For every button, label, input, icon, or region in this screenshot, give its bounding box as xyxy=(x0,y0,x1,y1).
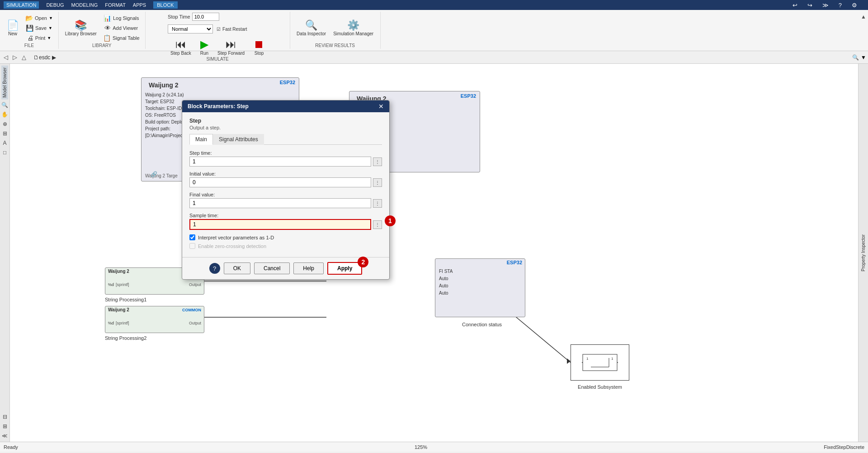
waijung1-link[interactable]: 🔗 xyxy=(151,171,157,177)
sidebar-zoom-in[interactable]: 🔍 xyxy=(1,101,9,109)
menu-tab-debug[interactable]: DEBUG xyxy=(46,2,64,8)
step-time-label: Step time: xyxy=(189,150,382,156)
waijung1-subtitle: ESP32 xyxy=(280,80,295,85)
menu-tab-simulation[interactable]: SIMULATION xyxy=(4,1,39,9)
toolbar-icon1[interactable]: ◁ xyxy=(2,53,10,62)
badge-1: 1 xyxy=(385,215,396,226)
sample-time-menu-btn[interactable]: ⋮ xyxy=(373,220,382,229)
ok-button[interactable]: OK xyxy=(224,262,250,274)
interpret-vector-row: Interpret vector parameters as 1-D xyxy=(189,234,382,240)
add-viewer-button[interactable]: 👁 Add Viewer xyxy=(101,24,142,33)
dialog-tabs: Main Signal Attributes xyxy=(189,134,382,145)
breadcrumb: 🗋 esdc ▶ xyxy=(33,54,56,61)
enabled-subsystem-block[interactable]: 1 1 xyxy=(571,344,629,381)
left-sidebar: Model Browser 🔍 ✋ ⊕ ⊞ A □ ⊟ ⊞ ≪ xyxy=(0,64,10,442)
string1-port1: %d xyxy=(108,282,114,287)
menu-tab-apps[interactable]: APPS xyxy=(133,2,146,8)
dialog-close-button[interactable]: ✕ xyxy=(378,103,384,110)
print-dropdown-icon: ▼ xyxy=(47,36,51,40)
initial-value-menu-btn[interactable]: ⋮ xyxy=(373,178,382,187)
status-bar: Ready 125% FixedStepDiscrete xyxy=(0,442,868,452)
sidebar-bottom1[interactable]: ⊟ xyxy=(1,413,9,421)
undo-icon[interactable]: ↩ xyxy=(793,2,797,9)
ribbon: 📄 New 📂 Open ▼ 💾 Save ▼ 🖨 xyxy=(0,10,868,51)
data-inspector-icon: 🔍 xyxy=(305,19,317,31)
sidebar-crosshair[interactable]: ⊕ xyxy=(1,120,9,128)
subsystem-svg: 1 1 xyxy=(582,353,618,372)
apply-button[interactable]: Apply xyxy=(327,262,362,275)
step-back-button[interactable]: ⏮ Step Back xyxy=(168,37,194,57)
sidebar-bottom2[interactable]: ⊞ xyxy=(1,422,9,430)
stop-time-input[interactable] xyxy=(192,13,219,21)
menu-tab-block[interactable]: BLOCK xyxy=(153,1,177,9)
log-signals-button[interactable]: 📊 Log Signals xyxy=(101,14,142,23)
sample-time-group: Sample time: ⋮ 1 xyxy=(189,213,382,230)
ribbon-group-review: 🔍 Data Inspector ⚙️ Simulation Manager R… xyxy=(290,12,381,49)
breadcrumb-item[interactable]: esdc xyxy=(39,54,50,61)
more-icon[interactable]: ≫ xyxy=(822,2,829,9)
settings-icon[interactable]: ⚙ xyxy=(852,2,857,9)
open-button[interactable]: 📂 Open ▼ xyxy=(24,14,55,23)
sidebar-bottom3[interactable]: ≪ xyxy=(1,432,9,440)
zero-crossing-checkbox[interactable] xyxy=(189,243,195,249)
sidebar-box[interactable]: □ xyxy=(1,148,9,157)
help-button[interactable]: Help xyxy=(293,262,324,274)
sample-time-input[interactable] xyxy=(189,219,371,230)
toolbar-icon3[interactable]: △ xyxy=(20,53,28,62)
new-icon: 📄 xyxy=(7,19,19,31)
sidebar-hand[interactable]: ✋ xyxy=(1,110,9,119)
data-inspector-button[interactable]: 🔍 Data Inspector xyxy=(294,19,329,37)
sidebar-text[interactable]: A xyxy=(1,139,9,147)
simulation-manager-button[interactable]: ⚙️ Simulation Manager xyxy=(330,19,376,37)
new-button[interactable]: 📄 New xyxy=(4,19,22,37)
dialog-section-title: Step xyxy=(189,118,382,124)
toolbar-collapse-right[interactable]: ▼ xyxy=(861,54,866,61)
block-parameters-dialog: Block Parameters: Step ✕ Step Output a s… xyxy=(182,100,390,280)
step-forward-button[interactable]: ⏭ Step Forward xyxy=(215,37,247,57)
help-icon-button[interactable]: ? xyxy=(209,263,220,274)
model-browser-toggle[interactable]: Model Browser xyxy=(1,66,8,100)
property-inspector-sidebar[interactable]: Property Inspector xyxy=(858,64,868,442)
simulation-mode-select[interactable]: Normal xyxy=(168,24,213,33)
review-group-label: REVIEW RESULTS xyxy=(315,43,355,48)
redo-icon[interactable]: ↪ xyxy=(807,2,812,9)
final-value-input[interactable] xyxy=(189,198,371,208)
stop-button[interactable]: ⏹ Stop xyxy=(251,37,267,57)
interpret-vector-checkbox[interactable] xyxy=(189,234,195,240)
signal-table-button[interactable]: 📋 Signal Table xyxy=(101,33,142,43)
zero-crossing-row: Enable zero-crossing detection xyxy=(189,243,382,249)
step-forward-icon: ⏭ xyxy=(226,38,236,51)
main-layout: Model Browser 🔍 ✋ ⊕ ⊞ A □ ⊟ ⊞ ≪ W xyxy=(0,64,868,442)
waijung-block-3[interactable]: ESP32 FI STA Auto Auto Auto xyxy=(435,258,525,317)
breadcrumb-arrow: ▶ xyxy=(52,54,56,61)
svg-text:1: 1 xyxy=(611,357,613,361)
dialog-header: Block Parameters: Step ✕ xyxy=(182,100,389,112)
fast-restart-checkbox[interactable]: ☑ xyxy=(217,27,221,32)
menu-tab-modeling[interactable]: MODELING xyxy=(71,2,98,8)
svg-marker-3 xyxy=(567,358,571,364)
waijung3-label: Connection status xyxy=(462,322,502,327)
menu-tab-format[interactable]: FORMAT xyxy=(105,2,126,8)
property-inspector-label[interactable]: Property Inspector xyxy=(860,233,867,273)
toolbar-icon2[interactable]: ▷ xyxy=(11,53,19,62)
cancel-button[interactable]: Cancel xyxy=(254,262,290,274)
ribbon-collapse-icon[interactable]: ▲ xyxy=(861,14,866,20)
step-time-input[interactable] xyxy=(189,157,371,167)
library-browser-button[interactable]: 📚 Library Browser xyxy=(62,19,99,37)
sidebar-filter[interactable]: ⊞ xyxy=(1,129,9,138)
print-button[interactable]: 🖨 Print ▼ xyxy=(24,33,55,43)
help-icon[interactable]: ? xyxy=(839,2,842,9)
final-value-menu-btn[interactable]: ⋮ xyxy=(373,199,382,208)
string1-title: Waijung 2 xyxy=(108,269,129,274)
save-button[interactable]: 💾 Save ▼ xyxy=(24,24,55,33)
tab-signal-attributes[interactable]: Signal Attributes xyxy=(213,134,264,145)
string-processing-2[interactable]: Waijung 2 COMMON %d [sprintf] Output xyxy=(105,306,204,333)
initial-value-input[interactable] xyxy=(189,177,371,187)
string2-title: Waijung 2 xyxy=(108,307,129,312)
sample-time-label: Sample time: xyxy=(189,213,382,218)
status-zoom: 125% xyxy=(415,444,427,450)
tab-main[interactable]: Main xyxy=(189,134,213,145)
status-solver: FixedStepDiscrete xyxy=(824,444,864,450)
step-time-menu-btn[interactable]: ⋮ xyxy=(373,157,382,166)
run-button[interactable]: ▶ Run xyxy=(198,37,211,57)
